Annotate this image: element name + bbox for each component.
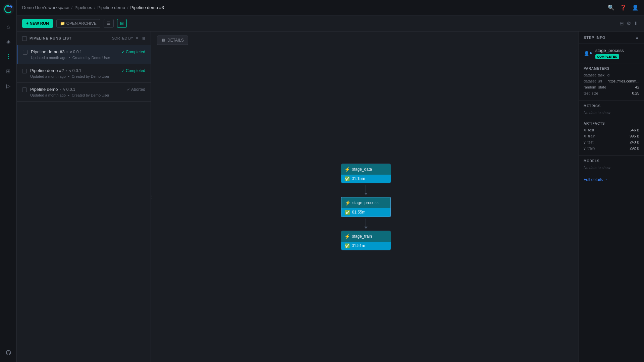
run-dot-1 <box>66 51 68 53</box>
nav-home-icon[interactable]: ⌂ <box>2 21 14 33</box>
breadcrumb: Demo User's workspace / Pipelines / Pipe… <box>22 5 164 10</box>
breadcrumb-workspace[interactable]: Demo User's workspace <box>22 5 69 10</box>
search-icon[interactable]: 🔍 <box>608 4 614 11</box>
param-value-dataset-url: https://files.comm... <box>607 79 639 83</box>
topbar: Demo User's workspace / Pipelines / Pipe… <box>17 0 644 15</box>
pause-icon[interactable]: ⏸ <box>634 20 639 26</box>
filter-runs-icon[interactable]: ⊟ <box>142 36 145 41</box>
run-checkbox-2[interactable] <box>22 69 27 73</box>
models-title: MODELS <box>584 159 639 163</box>
archive-icon: 📁 <box>60 21 65 26</box>
run-info-2: Pipeline demo #2 v 0.0.1 ✓ Completed Upd… <box>30 68 145 78</box>
param-key-dataset-url: dataset_url <box>584 79 602 83</box>
stage-node-train-header: ⚡ stage_train <box>341 231 391 242</box>
filter-icon[interactable]: ⊟ <box>620 20 624 26</box>
artifact-value-xtrain: 995 B <box>630 134 639 138</box>
run-status-1: ✓ Completed <box>121 50 145 54</box>
arrow-head-2 <box>364 227 368 229</box>
settings-icon[interactable]: ⚙ <box>627 20 631 26</box>
user-icon[interactable]: 👤 <box>632 4 639 11</box>
sort-dropdown-icon[interactable]: ▼ <box>135 36 139 40</box>
stage-node-process[interactable]: ⚡ stage_process ✅ 01:55m <box>341 197 391 217</box>
run-name-3: Pipeline demo <box>30 87 58 92</box>
stage-data-bar: ✅ 01:15m <box>341 175 391 183</box>
github-icon[interactable] <box>2 347 14 359</box>
main-content: Demo User's workspace / Pipelines / Pipe… <box>17 0 644 362</box>
artifact-key-xtest: X_test <box>584 128 594 132</box>
run-item[interactable]: Pipeline demo #3 v 0.0.1 ✓ Completed Upd… <box>17 45 151 64</box>
artifact-row-xtrain: X_train 995 B <box>584 134 639 138</box>
artifact-key-xtrain: X_train <box>584 134 595 138</box>
stage-process-bar: ✅ 01:55m <box>341 208 390 217</box>
run-meta-3: Updated a month ago • Created by Demo Us… <box>30 93 145 97</box>
metrics-no-data: No data to show <box>584 111 639 115</box>
stage-data-icon: ⚡ <box>344 167 350 172</box>
run-checkbox-3[interactable] <box>22 87 27 92</box>
artifact-key-ytest: y_test <box>584 140 593 144</box>
breadcrumb-sep-1: / <box>71 5 72 10</box>
details-tab[interactable]: 🖥 DETAILS <box>157 36 188 45</box>
runs-header-actions: SORTED BY ▼ ⊟ <box>112 36 145 41</box>
artifact-value-ytest: 240 B <box>630 140 639 144</box>
breadcrumb-pipeline-demo[interactable]: Pipeline demo <box>97 5 125 10</box>
parameters-title: PARAMETERS <box>584 67 639 70</box>
stage-process-name: stage_process <box>353 200 379 205</box>
param-row-dataset-task: dataset_task_id <box>584 73 639 77</box>
pipeline-nodes: ⚡ stage_data ✅ 01:15m ⚡ <box>153 52 579 362</box>
param-key-test-size: test_size <box>584 91 598 95</box>
new-run-button[interactable]: + NEW RUN <box>22 19 53 28</box>
toolbar: + NEW RUN 📁 OPEN ARCHIVE ☰ ⊞ ⊟ ⚙ ⏸ <box>17 15 644 32</box>
stage-data-check-icon: ✅ <box>344 176 350 181</box>
help-icon[interactable]: ❓ <box>620 4 627 11</box>
collapse-panel-icon[interactable]: ▲ <box>635 35 639 40</box>
models-section: MODELS No data to show <box>579 156 644 173</box>
step-name-block: stage_process COMPLETED <box>595 48 624 59</box>
nav-table-icon[interactable]: ⊞ <box>2 65 14 77</box>
run-name-1: Pipeline demo #3 <box>31 49 64 54</box>
stage-train-name: stage_train <box>352 234 372 239</box>
param-value-test-size: 0.25 <box>632 91 639 95</box>
toolbar-right: ⊟ ⚙ ⏸ <box>620 20 639 26</box>
run-dot-2 <box>66 70 67 71</box>
details-icon: 🖥 <box>161 38 165 43</box>
breadcrumb-sep-2: / <box>94 5 96 10</box>
artifact-row-ytrain: y_train 292 B <box>584 146 639 150</box>
stage-process-check-icon: ✅ <box>345 210 350 215</box>
run-version-1: v 0.0.1 <box>70 50 82 54</box>
run-checkbox-1[interactable] <box>23 50 28 55</box>
nav-experiment-icon[interactable]: ◈ <box>2 36 14 48</box>
open-archive-button[interactable]: 📁 OPEN ARCHIVE <box>56 19 100 28</box>
breadcrumb-current: Pipeline demo #3 <box>130 5 164 10</box>
nav-arrow-icon[interactable]: ▷ <box>2 80 14 92</box>
full-details-link[interactable]: Full details → <box>579 173 644 186</box>
arrow-line-1 <box>366 185 366 193</box>
run-item[interactable]: Pipeline demo #2 v 0.0.1 ✓ Completed Upd… <box>17 64 151 83</box>
grid-view-button[interactable]: ⊞ <box>117 19 127 28</box>
stage-train-bar: ✅ 01:51m <box>341 242 391 250</box>
run-item[interactable]: Pipeline demo v 0.0.1 ✓ Aborted Updated … <box>17 83 151 102</box>
stage-node-train[interactable]: ⚡ stage_train ✅ 01:51m <box>341 231 391 250</box>
select-all-checkbox[interactable] <box>22 36 27 41</box>
breadcrumb-pipelines[interactable]: Pipelines <box>74 5 92 10</box>
parameters-section: PARAMETERS dataset_task_id dataset_url h… <box>579 63 644 101</box>
nav-pipeline-icon[interactable]: ⋮ <box>2 50 14 62</box>
sorted-by-label: SORTED BY <box>112 36 133 40</box>
param-row-test-size: test_size 0.25 <box>584 91 639 95</box>
app-logo[interactable] <box>3 3 14 15</box>
stage-node-data[interactable]: ⚡ stage_data ✅ 01:15m <box>341 164 391 183</box>
stage-process-icon: ⚡ <box>345 200 351 205</box>
step-person-icon: 👤 <box>584 51 589 56</box>
artifact-value-xtest: 546 B <box>630 128 639 132</box>
stage-node-data-header: ⚡ stage_data <box>341 164 391 175</box>
icon-sidebar: ⌂ ◈ ⋮ ⊞ ▷ <box>0 0 17 362</box>
arrow-connector-2 <box>364 217 368 231</box>
param-value-random-state: 42 <box>635 85 639 89</box>
run-dot-3 <box>60 89 61 90</box>
stage-data-name: stage_data <box>352 167 372 172</box>
canvas-toolbar: 🖥 DETAILS <box>157 36 188 45</box>
metrics-title: METRICS <box>584 104 639 108</box>
list-view-button[interactable]: ☰ <box>104 19 114 28</box>
runs-list: Pipeline demo #3 v 0.0.1 ✓ Completed Upd… <box>17 45 151 362</box>
run-name-2: Pipeline demo #2 <box>30 68 64 73</box>
step-icon-group: 👤 ▶ <box>584 51 593 56</box>
